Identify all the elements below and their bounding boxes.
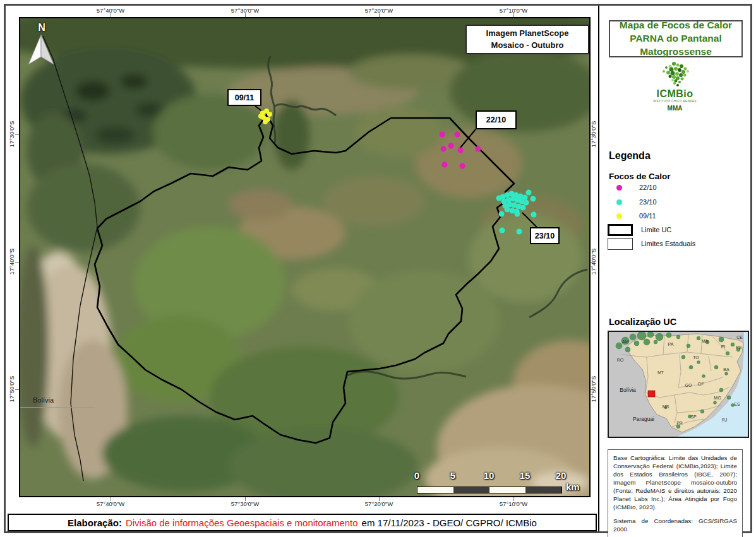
inset-label: BA xyxy=(723,367,729,372)
graticule-tick xyxy=(111,497,111,501)
north-arrow: N xyxy=(25,22,58,71)
scale-bar-segments xyxy=(417,487,562,493)
coord-label-bottom-1: 57°40'0"W xyxy=(88,500,133,507)
graticule-tick xyxy=(245,497,246,501)
legend-title: Legenda xyxy=(609,150,651,162)
callout-2310-label: 23/10 xyxy=(535,232,555,240)
callout-0911-label: 09/11 xyxy=(235,93,255,102)
legend-dot-magenta xyxy=(616,185,622,191)
inset-label: Paraguai xyxy=(633,416,654,422)
heat-spot-2210 xyxy=(455,132,460,138)
heat-spot-2310 xyxy=(531,196,536,202)
map-title-line3: Matogrossense xyxy=(640,45,712,59)
map-layout-page: 57°40'0"W 57°30'0"W 57°20'0"W 57°10'0"W … xyxy=(4,4,752,533)
heat-spot-0911 xyxy=(258,114,263,119)
scale-number: 20 xyxy=(551,470,570,481)
heat-spot-2310 xyxy=(524,200,529,206)
location-inset-map: AMPAMACEPIPEROTOBAMTGODFMGESMSSPRJPRBolí… xyxy=(608,331,749,438)
inset-label: PE xyxy=(736,345,742,350)
graticule-tick xyxy=(591,262,594,263)
inset-label: CE xyxy=(736,335,743,339)
legend-item-0911: 09/11 xyxy=(609,211,656,220)
legend-item-label: 09/11 xyxy=(639,212,656,220)
inset-label: RJ xyxy=(722,418,728,422)
heat-spot-2310 xyxy=(517,229,522,235)
inset-label: RO xyxy=(617,358,624,362)
legend-item-2210: 22/10 xyxy=(609,183,657,192)
credits-crs-text: Sistema de Coordenadas: GCS/SIRGAS 2000. xyxy=(613,517,737,534)
scale-number: 5 xyxy=(443,470,462,481)
heat-spot-2310 xyxy=(526,190,532,196)
heat-spot-2310 xyxy=(505,207,510,213)
heat-spot-2310 xyxy=(496,196,502,201)
scale-segment xyxy=(453,487,489,493)
heat-spot-0911 xyxy=(263,119,268,124)
legend-item-2310: 23/10 xyxy=(609,198,657,206)
legend-swatch-label: Limite UC xyxy=(641,226,671,233)
scale-number: 0 xyxy=(407,470,426,481)
coord-label-bottom-2: 57°30'0"W xyxy=(223,500,267,507)
scale-segment xyxy=(525,487,561,493)
legend-dot-yellow xyxy=(616,213,622,219)
legend-item-label: 23/10 xyxy=(639,198,657,206)
inset-label: MA xyxy=(702,339,709,343)
inset-label: PI xyxy=(721,345,726,349)
coord-label-bottom-4: 57°10'0"W xyxy=(491,500,536,507)
imagery-caption-box: Imagem PlanetScope Mosaico - Outubro xyxy=(465,25,589,54)
info-panel: Mapa de Focos de Calor PARNA do Pantanal… xyxy=(598,6,750,531)
icmbio-logo-ministry: MMA xyxy=(599,105,750,112)
legend-item-label: 22/10 xyxy=(639,184,657,191)
heat-spot-2310 xyxy=(515,211,520,217)
map-title-line1: Mapa de Focos de Calor xyxy=(620,19,732,32)
inset-label: MT xyxy=(657,370,664,375)
country-boundary-tick xyxy=(20,407,95,408)
callout-2310: 23/10 xyxy=(530,227,560,244)
legend-group-title: Focos de Calor xyxy=(609,172,671,181)
icmbio-logo-icon xyxy=(653,61,697,86)
callout-0911: 09/11 xyxy=(227,89,261,106)
inset-label: Bolívia xyxy=(620,387,636,393)
country-label-bolivia: Bolívia xyxy=(33,396,54,404)
icmbio-logo-name: ICMBio xyxy=(599,89,750,99)
heat-spot-2310 xyxy=(500,228,505,233)
inset-label: MS xyxy=(663,404,669,409)
brazil-inset-map: AMPAMACEPIPEROTOBAMTGODFMGESMSSPRJPRBolí… xyxy=(609,332,748,437)
heat-spot-2310 xyxy=(531,212,537,218)
inset-label: GO xyxy=(685,383,692,387)
elaboration-label: Elaboração: xyxy=(68,517,122,528)
heat-spot-2210 xyxy=(460,163,465,169)
map-frame: N Imagem PlanetScope Mosaico - Outubro 0… xyxy=(19,17,591,497)
scale-segment xyxy=(489,487,525,493)
scale-bar: 0 5 10 15 20 km xyxy=(405,470,591,497)
icmbio-logo: ICMBio INSTITUTO CHICO MENDES MMA xyxy=(599,61,750,112)
heat-spot-2210 xyxy=(448,143,454,149)
north-arrow-icon xyxy=(25,22,58,71)
inset-label: TO xyxy=(693,355,699,360)
graticule-tick xyxy=(379,497,380,501)
heat-spot-0911 xyxy=(267,112,272,117)
heat-spot-2310 xyxy=(499,211,505,217)
heat-spot-2210 xyxy=(458,148,464,153)
callout-2210: 22/10 xyxy=(476,110,517,129)
scale-unit: km xyxy=(566,481,580,492)
inset-heading: Localização UC xyxy=(609,317,676,327)
elaboration-suffix: em 17/11/2023 - DGEO/ CGPRO/ ICMBio xyxy=(362,517,537,528)
imagery-caption-line1: Imagem PlanetScope xyxy=(486,28,569,40)
inset-label: SP xyxy=(690,415,697,419)
legend-swatch-limite-uc xyxy=(608,224,633,236)
legend-swatch-label: Limites Estaduais xyxy=(641,240,695,247)
imagery-caption-line2: Mosaico - Outubro xyxy=(491,40,564,52)
map-title-line2: PARNA do Pantanal xyxy=(630,32,722,45)
scale-number: 15 xyxy=(515,470,534,481)
inset-label: PA xyxy=(668,342,674,346)
credits-base-text: Base Cartográfica: Limite das Unidades d… xyxy=(613,454,737,511)
inset-uc-location-marker xyxy=(648,391,655,397)
scale-number: 10 xyxy=(479,470,498,481)
inset-label: PR xyxy=(676,421,683,425)
heat-spot-2310 xyxy=(520,205,526,211)
coord-label-bottom-3: 57°20'0"W xyxy=(357,500,401,507)
heat-spot-2210 xyxy=(440,132,445,138)
graticule-tick xyxy=(513,497,514,501)
graticule-tick xyxy=(591,389,594,390)
map-document: 57°40'0"W 57°30'0"W 57°20'0"W 57°10'0"W … xyxy=(0,0,756,537)
